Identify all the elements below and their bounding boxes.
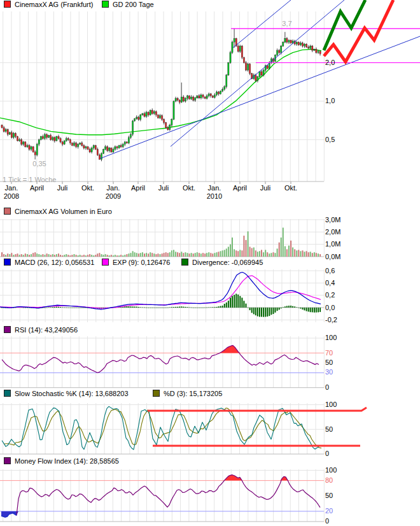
volume-label: CinemaxX AG Volumen in Euro — [15, 208, 112, 215]
mfi-tick-50: 50 — [325, 492, 354, 500]
macd-tick-00: 0,0 — [325, 304, 354, 312]
volume-swatch-icon — [4, 208, 11, 215]
mfi-swatch-icon — [4, 457, 11, 464]
price-tick-05: 0,5 — [325, 136, 354, 144]
macd-tick-02: 0,2 — [325, 291, 354, 299]
x-tick-year10: 2010 — [200, 192, 228, 200]
trendline — [100, 36, 420, 159]
mfi-tick-80: 80 — [325, 476, 354, 485]
mfi-label: Money Flow Index (14): 28,58565 — [15, 457, 119, 465]
rsi-label: RSI (14): 43,249056 — [15, 326, 78, 334]
x-tick-okt10: Okt. — [277, 184, 305, 192]
stoch-k-label: Slow Stochastic %K (14): 13,688203 — [15, 390, 129, 397]
x-tick-apr08: April — [23, 184, 51, 192]
rsi-swatch-icon — [4, 326, 11, 333]
legend-item-rsi: RSI (14): 43,249056 — [4, 326, 78, 334]
mfi-tick-0: 0 — [325, 517, 354, 525]
stoch-d-swatch-icon — [153, 390, 160, 397]
mfi-tick-20: 20 — [325, 507, 354, 515]
instrument-swatch-icon — [4, 1, 11, 8]
stoch-d-label: %D (3): 15,173205 — [164, 390, 222, 397]
x-tick-year09: 2009 — [99, 192, 127, 200]
price-tick-2: 2,0 — [325, 59, 354, 67]
price-chart-legend: CinemaxX AG (Frankfurt) GD 200 Tage — [0, 1, 420, 9]
rsi-tick-50: 50 — [325, 359, 354, 367]
x-tick-okt08: Okt. — [74, 184, 102, 192]
candlestick-series — [1, 29, 321, 161]
macd-tick-04: 0,4 — [325, 279, 354, 287]
gd200-label: GD 200 Tage — [113, 1, 154, 8]
macd-swatch-icon — [4, 259, 11, 266]
volume-legend: CinemaxX AG Volumen in Euro — [0, 208, 420, 216]
mfi-line — [1, 475, 320, 517]
legend-item-divergence: Divergence: -0,069945 — [181, 259, 263, 266]
legend-item-stoch-k: Slow Stochastic %K (14): 13,688203 — [4, 390, 129, 397]
instrument-label: CinemaxX AG (Frankfurt) — [15, 1, 93, 8]
x-tick-apr10: April — [226, 184, 254, 192]
macd-label: MACD (26, 12): 0,056531 — [15, 259, 94, 266]
stock-chart-page: CinemaxX AG (Frankfurt) GD 200 Tage 2,0 … — [0, 0, 420, 526]
x-tick-jan09: Jan. — [99, 184, 127, 192]
stoch-tick-50: 50 — [325, 425, 354, 434]
x-tick-apr09: April — [124, 184, 152, 192]
divergence-swatch-icon — [181, 259, 188, 266]
trendline — [171, 0, 344, 146]
exp-swatch-icon — [102, 259, 109, 266]
high-extreme-label: 3,7 — [276, 20, 298, 27]
rsi-tick-30: 30 — [325, 368, 354, 376]
x-tick-year08: 2008 — [0, 192, 25, 200]
stochastic-k-line — [2, 406, 319, 450]
legend-item-instrument: CinemaxX AG (Frankfurt) — [4, 1, 93, 8]
x-tick-jul08: Juli — [48, 184, 76, 192]
mfi-tick-100: 100 — [325, 466, 354, 474]
overbought-fill — [2, 345, 319, 353]
vol-tick-3m: 3,0M — [325, 216, 354, 224]
rsi-tick-100: 100 — [325, 334, 354, 342]
legend-item-exp: EXP (9): 0,126476 — [102, 259, 170, 266]
macd-line — [0, 273, 321, 309]
legend-item-mfi: Money Flow Index (14): 28,58565 — [4, 457, 119, 465]
vol-tick-1m: 1,0M — [325, 240, 354, 248]
stochastic-legend: Slow Stochastic %K (14): 13,688203 %D (3… — [0, 390, 420, 398]
rsi-line — [2, 345, 319, 373]
stoch-tick-100: 100 — [325, 401, 354, 409]
divergence-label: Divergence: -0,069945 — [192, 259, 263, 266]
x-tick-okt09: Okt. — [175, 184, 203, 192]
macd-tick-neg02: -0,2 — [325, 316, 354, 324]
mfi-legend: Money Flow Index (14): 28,58565 — [0, 457, 420, 466]
vol-tick-2m: 2,0M — [325, 228, 354, 236]
legend-item-gd200: GD 200 Tage — [102, 1, 154, 8]
gd200-swatch-icon — [102, 1, 109, 8]
alt-scenario-zigzag — [324, 0, 393, 62]
rsi-tick-70: 70 — [325, 349, 354, 357]
macd-legend: MACD (26, 12): 0,056531 EXP (9): 0,12647… — [0, 259, 420, 267]
rsi-legend: RSI (14): 43,249056 — [0, 326, 420, 334]
exp-label: EXP (9): 0,126476 — [113, 259, 170, 266]
price-tick-1: 1,0 — [325, 97, 354, 105]
tick-interval-note: 1 Tick = 1 Woche — [3, 176, 56, 183]
x-tick-jan08: Jan. — [0, 184, 25, 192]
macd-signal-line — [0, 276, 321, 308]
stoch-k-swatch-icon — [4, 390, 11, 397]
macd-tick-06: 0,6 — [325, 267, 354, 275]
legend-item-volume: CinemaxX AG Volumen in Euro — [4, 208, 112, 215]
x-tick-jul09: Juli — [150, 184, 178, 192]
overbought-fill — [1, 475, 320, 481]
legend-item-stoch-d: %D (3): 15,173205 — [153, 390, 222, 397]
low-extreme-label: 0,35 — [27, 160, 52, 167]
legend-item-macd: MACD (26, 12): 0,056531 — [4, 259, 94, 266]
x-tick-jan10: Jan. — [200, 184, 228, 192]
x-tick-jul10: Juli — [251, 184, 279, 192]
